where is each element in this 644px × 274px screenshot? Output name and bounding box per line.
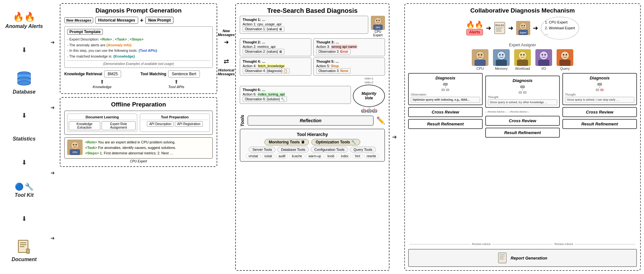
optimization-tools: Optimization Tools 🔧	[311, 139, 360, 145]
review-advice-line3	[575, 244, 635, 244]
node2-action: Action 2: metrics_api	[243, 45, 309, 49]
arrow-down-4: ⬇	[22, 215, 27, 223]
svg-point-55	[544, 54, 546, 55]
svg-rect-28	[496, 28, 502, 29]
expert-list-box: 1. CPU Expert 2. Workload Expert …	[541, 17, 579, 40]
review-advice-1: ---Review Advice---	[485, 110, 507, 113]
svg-point-43	[497, 51, 505, 59]
svg-rect-30	[496, 31, 502, 32]
node3-obs: Observation 3: Error	[316, 49, 351, 54]
expert-avatar-cdm: Expert	[516, 21, 530, 35]
svg-rect-8	[20, 242, 26, 243]
iostat-tool: iostat	[262, 154, 275, 159]
expert-assigner-label: Expert Assigner	[408, 43, 637, 47]
col1-diagnosis-box: Diagnosis Observation	[408, 73, 483, 105]
tool-prep-title: Tool Preparation	[141, 115, 208, 120]
arrow-r2: ➜	[50, 105, 55, 111]
arrow-mid-1: ➜	[224, 39, 229, 46]
anomaly-alerts-item: 🔥🔥 Anomaly Alerts	[5, 12, 43, 29]
cdm-wrapper: Collaborative Diagnosis Mechanism 🔥🔥 Ale…	[404, 3, 641, 271]
report-generation-label: Report Generation	[511, 256, 547, 260]
svg-point-40	[481, 54, 482, 55]
vote-1-label: vote=1	[364, 77, 373, 80]
col1-cross-review-box: Cross Review	[408, 107, 483, 117]
col1-thought-box: Optimize query with indexing, e.g., tblI…	[411, 97, 480, 103]
node1-box: Thought 1: … Action 1: cpu_usage_api Obs…	[240, 16, 368, 34]
tool-apis-arrow-label: Tool APIs	[168, 85, 184, 89]
svg-point-44	[499, 54, 501, 55]
rules-icon: RULES	[494, 22, 505, 34]
svg-rect-63	[499, 254, 505, 255]
rewrite-tool: rewrite	[364, 154, 379, 159]
document-item: Document	[12, 239, 37, 262]
mid-right-arrow: ➜	[392, 3, 402, 271]
reflection-box: Reflection	[247, 115, 374, 126]
svg-point-48	[518, 51, 527, 59]
svg-point-45	[502, 54, 503, 55]
workload-avatar	[514, 49, 531, 66]
svg-point-4	[18, 81, 31, 85]
svg-text:RULES: RULES	[495, 24, 504, 27]
col2-cross-review-title: Cross Review	[488, 118, 557, 123]
svg-rect-51	[517, 59, 528, 66]
knowledge-arrow-label: Knowledge	[93, 85, 112, 89]
svg-point-58	[561, 51, 569, 59]
io-label: I/O	[541, 67, 546, 70]
pt-title: Prompt Template	[67, 29, 103, 35]
node6-obs: Observation 6: {solution} 🔧	[243, 96, 287, 102]
vote-2-label: vote=2	[364, 81, 373, 84]
node2-obs: Observation 2: {values} 🖥	[243, 49, 284, 54]
svg-point-33	[521, 25, 523, 26]
col3-diagram	[565, 82, 634, 92]
col2-result-refinement-title: Result Refinement	[488, 130, 557, 135]
alerts-badge: Alerts	[466, 29, 483, 35]
node1-thought: Thought 1: …	[243, 18, 365, 22]
col3-thought-box: Since query is solved, I can stop early …	[565, 97, 634, 103]
col2-diagram	[488, 84, 557, 95]
col2-tree	[519, 86, 526, 94]
svg-rect-61	[559, 59, 571, 66]
doc-learning-items: Knowledge Extraction Expert Role Assignm…	[69, 121, 136, 130]
bm25-box: BM25	[104, 70, 121, 78]
svg-rect-29	[496, 30, 501, 30]
diagnosis-prompt-generation-panel: Diagnosis Prompt Generation New Messages…	[60, 3, 217, 94]
svg-point-50	[523, 54, 524, 55]
anomaly-alerts-label: Anomaly Alerts	[5, 23, 43, 29]
tool-hierarchy-title: Tool Hierarchy	[243, 132, 382, 137]
node6-thought: Thought 6: …	[243, 88, 348, 92]
database-label: Database	[13, 89, 35, 95]
node1-action: Action 1: cpu_usage_api	[243, 22, 365, 26]
cpu-label: CPU	[476, 67, 484, 70]
database-item: Database	[13, 70, 35, 95]
col2-cross-review-box: Cross Review	[485, 116, 560, 126]
col3-thought-label: Thought	[565, 93, 634, 96]
alerts-group: 🔥🔥 Alerts	[466, 21, 483, 35]
index-tool: index	[338, 154, 351, 159]
vote-section: vote=1 vote=2 Majority Vote 🤖🤖🤖	[353, 77, 385, 113]
arrow-down-1: ⬇	[22, 46, 27, 54]
review-advice-row-1: ---Review Advice--- ---Review Advice---	[485, 110, 560, 113]
svg-rect-66	[499, 259, 504, 260]
node4-box: Thought 4: … Action 4: fetch_knowledge O…	[240, 58, 311, 76]
openai-icons: 🤖🤖🤖	[361, 108, 377, 113]
svg-point-39	[478, 54, 479, 55]
knowledge-arrow: ⬆ Knowledge	[93, 79, 112, 89]
node3-action: Action 3: wrong api name	[316, 45, 382, 49]
review-advice-text1: Review Advice	[472, 242, 491, 246]
toolkit-icons: 🔵 🔧	[15, 183, 33, 191]
col3-cross-review-box: Cross Review	[562, 107, 637, 117]
toolkit-icon-2: 🔧	[25, 183, 33, 191]
node2-thought: Thought 2: …	[243, 40, 309, 44]
arrows-row: ⬆ Knowledge ⬆ Tool APIs	[64, 78, 213, 90]
svg-rect-65	[499, 257, 503, 258]
expert-cpu: CPU	[472, 49, 488, 70]
new-messages-mid-label: NewMessages	[218, 29, 235, 37]
knowledge-retrieval-group: Knowledge Retrieval BM25	[64, 70, 137, 78]
col1-cross-review-title: Cross Review	[411, 110, 480, 114]
retrieval-row: Knowledge Retrieval BM25 Tool Matching S…	[64, 70, 213, 78]
svg-point-22	[379, 20, 380, 21]
dpg-title: Diagnosis Prompt Generation	[64, 7, 213, 14]
statistics-label: Statistics	[13, 136, 35, 142]
node6-vote-row: Thought 6: … Action 6: index_tuning_api …	[240, 77, 385, 113]
arrow-r1: ➜	[50, 39, 55, 45]
